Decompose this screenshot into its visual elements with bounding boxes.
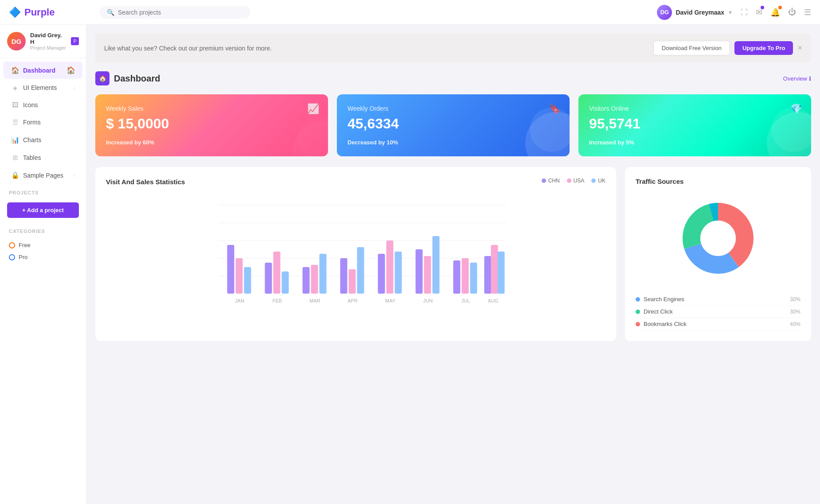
svg-rect-30 bbox=[462, 258, 469, 294]
svg-rect-17 bbox=[340, 258, 348, 294]
app-logo[interactable]: 🔷 Purple bbox=[9, 7, 95, 18]
sidebar-item-label: Sample Pages bbox=[23, 172, 63, 179]
weekly-orders-label: Weekly Orders bbox=[348, 105, 559, 112]
donut-chart-wrap bbox=[636, 194, 800, 283]
chart-title: Visit And Sales Statistics bbox=[106, 178, 185, 186]
svg-rect-18 bbox=[349, 269, 356, 294]
svg-rect-21 bbox=[378, 254, 385, 294]
sidebar-item-label: Dashboard bbox=[23, 67, 55, 74]
sidebar-avatar: DG bbox=[7, 32, 26, 50]
topnav-right: DG David Greymaax ▼ ⛶ ✉ 🔔 ⏻ ☰ bbox=[657, 5, 811, 20]
direct-click-pct: 30% bbox=[790, 309, 800, 315]
direct-click-dot bbox=[636, 310, 640, 314]
svg-rect-15 bbox=[320, 254, 327, 294]
sidebar-item-sample-pages[interactable]: 🔒 Sample Pages ‹ bbox=[4, 167, 82, 184]
stat-card-weekly-sales: Weekly Sales $ 15,0000 Increased by 60% … bbox=[95, 94, 328, 156]
chevron-icon: ‹ bbox=[74, 85, 75, 90]
app-name: Purple bbox=[24, 7, 55, 18]
traffic-title: Traffic Sources bbox=[636, 178, 800, 185]
svg-rect-26 bbox=[424, 256, 431, 294]
fullscreen-icon[interactable]: ⛶ bbox=[741, 8, 748, 16]
mail-badge bbox=[761, 6, 764, 9]
chart-header: Visit And Sales Statistics CHN USA UK bbox=[106, 178, 605, 193]
lock-icon: 🔒 bbox=[11, 171, 20, 179]
search-input[interactable] bbox=[118, 9, 243, 16]
svg-rect-5 bbox=[227, 245, 234, 294]
search-engines-pct: 30% bbox=[790, 296, 800, 302]
notification-icon[interactable]: 🔔 bbox=[770, 8, 780, 17]
categories-list: Free Pro bbox=[0, 236, 86, 267]
bookmarks-click-dot bbox=[636, 322, 640, 326]
download-free-button[interactable]: Download Free Version bbox=[653, 41, 730, 55]
visitors-value: 95,5741 bbox=[589, 116, 800, 132]
categories-section: Categories bbox=[0, 223, 86, 236]
svg-rect-22 bbox=[387, 240, 394, 294]
sidebar-item-label: Charts bbox=[23, 136, 41, 143]
user-menu[interactable]: DG David Greymaax ▼ bbox=[657, 5, 733, 20]
page-title: Dashboard bbox=[114, 74, 160, 84]
search-icon: 🔍 bbox=[107, 9, 114, 16]
legend-chn: CHN bbox=[542, 178, 560, 184]
traffic-legend-search: Search Engines 30% bbox=[636, 293, 800, 306]
bottom-panels: Visit And Sales Statistics CHN USA UK bbox=[95, 167, 811, 341]
sidebar-item-icons[interactable]: 🖼 Icons bbox=[4, 97, 82, 113]
svg-rect-33 bbox=[484, 256, 492, 294]
svg-rect-19 bbox=[357, 247, 364, 294]
bookmarks-click-pct: 40% bbox=[790, 321, 800, 327]
svg-rect-29 bbox=[453, 260, 461, 294]
overview-link[interactable]: Overview ℹ bbox=[783, 75, 811, 82]
logo-icon: 🔷 bbox=[9, 7, 21, 18]
sidebar-item-ui-elements[interactable]: ◈ UI Elements ‹ bbox=[4, 80, 82, 96]
svg-rect-13 bbox=[303, 267, 310, 294]
svg-text:JAN: JAN bbox=[235, 298, 244, 303]
sidebar-item-tables[interactable]: ⊞ Tables bbox=[4, 149, 82, 166]
pro-dot bbox=[9, 254, 15, 260]
sidebar-item-forms[interactable]: ☰ Forms bbox=[4, 114, 82, 131]
dashboard-icon: 🏠 bbox=[95, 71, 109, 85]
banner-text: Like what you see? Check out our premium… bbox=[104, 45, 272, 52]
svg-text:MAR: MAR bbox=[309, 298, 320, 303]
info-icon: ℹ bbox=[809, 75, 811, 82]
category-pro[interactable]: Pro bbox=[9, 251, 77, 263]
weekly-sales-label: Weekly Sales bbox=[106, 105, 317, 112]
notification-badge bbox=[778, 6, 782, 9]
dashboard-header: 🏠 Dashboard Overview ℹ bbox=[95, 71, 811, 85]
upgrade-pro-button[interactable]: Upgrade To Pro bbox=[734, 41, 793, 55]
svg-text:JUL: JUL bbox=[461, 298, 470, 303]
traffic-legend: Search Engines 30% Direct Click 30% bbox=[636, 293, 800, 330]
sidebar-item-label: Forms bbox=[23, 119, 41, 126]
power-icon[interactable]: ⏻ bbox=[788, 8, 796, 17]
topnav: 🔷 Purple 🔍 DG David Greymaax ▼ ⛶ ✉ 🔔 ⏻ ☰ bbox=[0, 0, 820, 25]
free-dot bbox=[9, 242, 15, 248]
menu-icon[interactable]: ☰ bbox=[804, 8, 811, 17]
mail-icon[interactable]: ✉ bbox=[756, 8, 762, 17]
icons-icon: 🖼 bbox=[11, 101, 20, 109]
banner-actions: Download Free Version Upgrade To Pro × bbox=[653, 41, 802, 55]
direct-click-label: Direct Click bbox=[644, 308, 673, 315]
category-pro-label: Pro bbox=[19, 254, 27, 260]
weekly-sales-change: Increased by 60% bbox=[106, 139, 317, 146]
main-content: Like what you see? Check out our premium… bbox=[86, 25, 820, 504]
legend-usa: USA bbox=[567, 178, 585, 184]
svg-rect-34 bbox=[491, 245, 498, 294]
category-free[interactable]: Free bbox=[9, 239, 77, 251]
visitors-label: Visitors Online bbox=[589, 105, 800, 112]
add-project-button[interactable]: + Add a project bbox=[7, 202, 79, 218]
layout: DG David Grey. H Project Manager P 🏠 Das… bbox=[0, 25, 820, 504]
svg-rect-27 bbox=[433, 236, 440, 294]
svg-rect-11 bbox=[282, 271, 289, 294]
sidebar-item-charts[interactable]: 📊 Charts bbox=[4, 132, 82, 148]
charts-icon: 📊 bbox=[11, 136, 20, 144]
svg-rect-14 bbox=[311, 265, 318, 294]
category-free-label: Free bbox=[19, 242, 31, 248]
usa-dot bbox=[567, 178, 571, 183]
sidebar-item-dashboard[interactable]: 🏠 Dashboard 🏠 bbox=[4, 62, 82, 79]
tables-icon: ⊞ bbox=[11, 154, 20, 162]
sidebar-user-role: Project Manager bbox=[30, 45, 66, 50]
search-engines-dot bbox=[636, 297, 640, 302]
chn-dot bbox=[542, 178, 546, 183]
search-bar[interactable]: 🔍 bbox=[100, 6, 250, 19]
svg-rect-25 bbox=[416, 249, 423, 294]
search-engines-label: Search Engines bbox=[644, 296, 684, 302]
banner-close-button[interactable]: × bbox=[797, 43, 802, 53]
